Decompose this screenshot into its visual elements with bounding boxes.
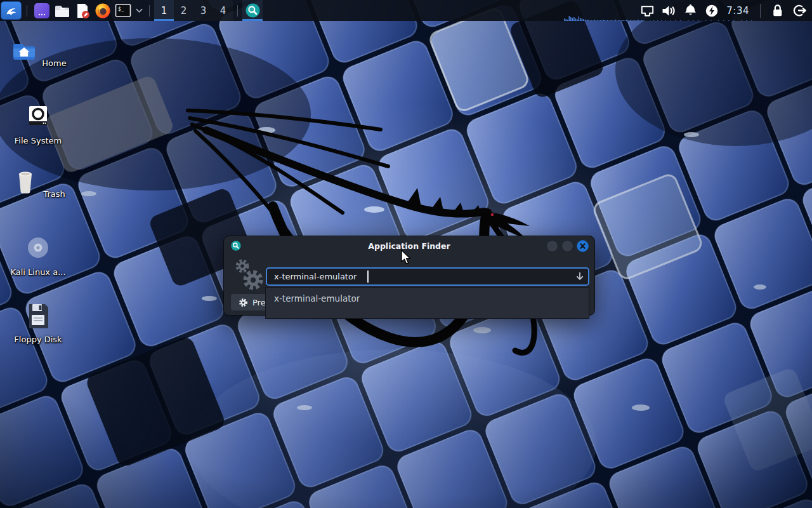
app-window-launcher[interactable] <box>32 0 52 21</box>
home-folder-icon <box>10 38 39 66</box>
clock[interactable]: 7:34 <box>726 5 749 17</box>
hard-drive-icon <box>23 104 53 131</box>
kali-applications-menu-button[interactable] <box>1 1 22 20</box>
text-caret <box>367 271 369 283</box>
gear-icon <box>239 298 248 307</box>
panel-left: $_ 1 2 3 4 <box>0 0 263 21</box>
lock-icon <box>769 3 785 18</box>
application-search-input[interactable] <box>266 267 589 286</box>
completion-item[interactable]: x-terminal-emulator <box>266 288 589 304</box>
launcher-dropdown-button[interactable] <box>133 0 145 21</box>
terminal-icon: $_ <box>115 3 131 19</box>
firefox-icon <box>95 3 111 19</box>
network-tray-button[interactable] <box>638 0 657 21</box>
disc-icon <box>23 235 53 263</box>
close-button[interactable] <box>577 240 589 252</box>
workspace-button-4[interactable]: 4 <box>213 0 233 21</box>
desktop-icon-trash[interactable]: Trash <box>8 169 69 199</box>
panel-separator <box>27 5 27 17</box>
desktop-screen: $_ 1 2 3 4 <box>0 0 812 508</box>
desktop-icon-label: Home <box>42 59 66 69</box>
workspace-button-3[interactable]: 3 <box>193 0 213 21</box>
network-icon <box>639 3 655 18</box>
workspace-button-1[interactable]: 1 <box>154 0 174 21</box>
app-window-icon <box>34 3 50 19</box>
desktop-icon-floppy-disk[interactable]: Floppy Disk <box>8 302 69 345</box>
desktop-icon-file-system[interactable]: File System <box>8 104 69 146</box>
desktop-icon-label: Trash <box>43 190 65 199</box>
minimize-button[interactable] <box>546 240 558 252</box>
power-bolt-icon <box>704 3 719 18</box>
application-finder-window: Application Finder <box>223 236 595 316</box>
panel-right: 7:34 <box>638 0 808 21</box>
desktop-icon-label: Floppy Disk <box>14 335 62 345</box>
desktop-icon-kali-linux[interactable]: Kali Linux a... <box>8 235 69 277</box>
kali-logo-icon <box>4 4 18 18</box>
svg-text:$_: $_ <box>118 6 124 11</box>
volume-tray-button[interactable] <box>659 0 678 21</box>
window-title: Application Finder <box>224 236 594 255</box>
panel-separator <box>760 4 761 18</box>
task-button-application-finder[interactable] <box>242 0 263 21</box>
lock-screen-button[interactable] <box>768 0 787 21</box>
maximize-button[interactable] <box>561 240 573 252</box>
chevron-down-icon <box>135 6 143 15</box>
workspace-button-2[interactable]: 2 <box>174 0 193 21</box>
document-edit-icon <box>74 3 91 19</box>
panel-separator <box>237 5 238 17</box>
application-finder-icon <box>246 3 260 18</box>
desktop-icon-label: File System <box>15 137 62 146</box>
volume-icon <box>660 3 677 19</box>
file-manager-launcher[interactable] <box>52 0 72 21</box>
power-manager-tray-button[interactable] <box>702 0 721 21</box>
text-editor-launcher[interactable] <box>72 0 93 21</box>
completion-popup: x-terminal-emulator <box>265 287 589 319</box>
logout-button[interactable] <box>789 0 808 21</box>
desktop-icon-home[interactable]: Home <box>8 38 69 69</box>
bell-icon <box>683 3 698 18</box>
window-buttons <box>546 240 589 252</box>
desktop-icon-label: Kali Linux a... <box>10 268 65 277</box>
close-icon <box>580 243 586 249</box>
terminal-launcher[interactable]: $_ <box>113 0 133 21</box>
window-titlebar[interactable]: Application Finder <box>224 236 594 255</box>
firefox-launcher[interactable] <box>93 0 113 21</box>
floppy-disk-icon <box>23 302 53 330</box>
search-input-wrap <box>266 267 589 286</box>
gears-icon <box>233 258 266 293</box>
notifications-tray-button[interactable] <box>681 0 700 21</box>
folder-icon <box>54 3 70 19</box>
logout-icon <box>791 3 807 18</box>
top-panel: $_ 1 2 3 4 <box>0 0 812 21</box>
trash-can-icon <box>11 169 40 197</box>
panel-separator <box>149 5 150 17</box>
